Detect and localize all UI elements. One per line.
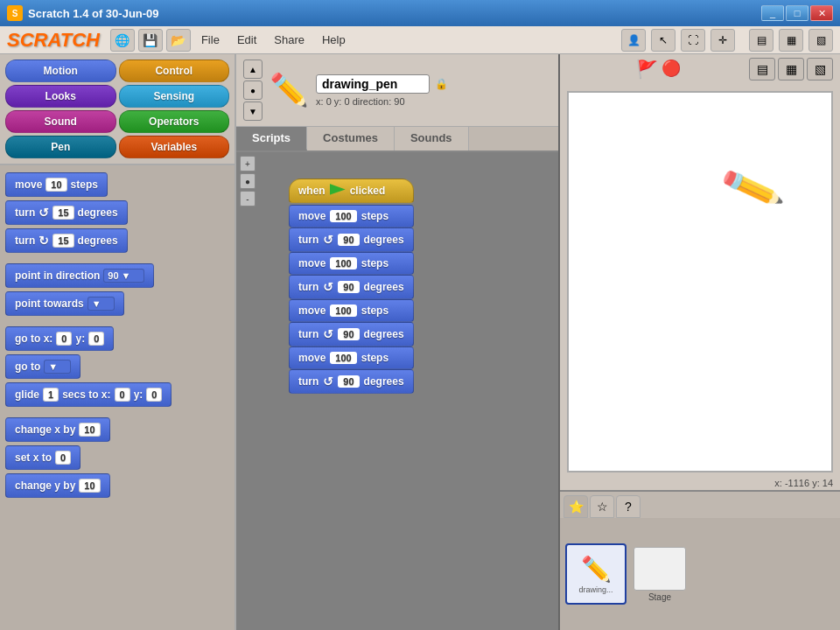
script-block-move-3[interactable]: move 100 steps <box>289 299 414 322</box>
app-icon: S <box>7 5 23 21</box>
left-panel: Motion Control Looks Sensing Sound Opera… <box>0 54 236 630</box>
lock-icon: 🔒 <box>435 78 448 90</box>
script-nav-zoom-out[interactable]: - <box>240 191 256 206</box>
stage-pencil-graphic: ✏️ <box>718 155 786 221</box>
share-menu[interactable]: Share <box>267 30 312 50</box>
script-block-turn-4[interactable]: turn ↺ 90 degrees <box>289 369 414 394</box>
block-change-y[interactable]: change y by 10 <box>5 473 110 498</box>
script-block-move-2[interactable]: move 100 steps <box>289 252 414 275</box>
block-go-to[interactable]: go to ▼ <box>5 354 80 379</box>
script-block-turn-3[interactable]: turn ↺ 90 degrees <box>289 322 414 346</box>
minimize-button[interactable]: _ <box>761 5 784 21</box>
category-variables[interactable]: Variables <box>119 136 230 158</box>
sprite-coords: x: 0 y: 0 direction: 90 <box>316 96 551 107</box>
tabs: Scripts Costumes Sounds <box>236 127 558 152</box>
categories-panel: Motion Control Looks Sensing Sound Opera… <box>0 54 234 165</box>
category-pen[interactable]: Pen <box>5 136 116 158</box>
flag-icon <box>330 184 346 198</box>
fullscreen-icon-button[interactable]: ⛶ <box>681 29 705 52</box>
title-text: Scratch 1.4 of 30-Jun-09 <box>28 7 760 20</box>
stage-toolbar: 🚩 🔴 ▤ ▦ ▧ <box>560 54 840 84</box>
sprite-pencil-icon: ✏️ <box>581 555 612 584</box>
turn-ccw-icon: ↺ <box>38 206 49 220</box>
red-stop-button[interactable]: 🔴 <box>662 59 681 80</box>
script-nav-zoom-in[interactable]: + <box>240 156 256 172</box>
tab-costumes[interactable]: Costumes <box>307 127 395 150</box>
stage-display[interactable]: ✏️ <box>567 91 833 472</box>
sprite-thumbnail-area: ⭐ ☆ ? ✏️ drawing... Stage <box>560 490 840 630</box>
turn-icon-2: ↺ <box>323 280 333 294</box>
category-sensing[interactable]: Sensing <box>119 85 230 108</box>
block-point-towards[interactable]: point towards ▼ <box>5 291 124 316</box>
sprite-tab-star2[interactable]: ☆ <box>590 495 614 518</box>
stage-layout2-button[interactable]: ▦ <box>778 58 804 80</box>
block-point-direction[interactable]: point in direction 90 ▼ <box>5 263 154 288</box>
sprite-thumb-drawing-pen[interactable]: ✏️ drawing... <box>565 543 626 605</box>
stage-layout3-button[interactable]: ▧ <box>807 58 833 80</box>
block-turn-cw[interactable]: turn ↻ 15 degrees <box>5 228 128 253</box>
script-block-move-4[interactable]: move 100 steps <box>289 346 414 369</box>
sprite-icon: ✏️ <box>270 72 309 108</box>
turn-cw-icon: ↻ <box>38 234 49 248</box>
green-flag-button[interactable]: 🚩 <box>636 59 658 80</box>
user-icon-button[interactable]: 👤 <box>621 29 646 52</box>
category-looks[interactable]: Looks <box>5 85 116 108</box>
tab-sounds[interactable]: Sounds <box>395 127 469 150</box>
help-menu[interactable]: Help <box>315 30 353 50</box>
turn-icon-4: ↺ <box>323 374 333 388</box>
file-menu[interactable]: File <box>194 30 227 50</box>
script-block-turn-2[interactable]: turn ↺ 90 degrees <box>289 275 414 299</box>
stage-controls: 🚩 🔴 <box>636 59 681 80</box>
tab-scripts[interactable]: Scripts <box>236 127 307 150</box>
script-block-move-1[interactable]: move 100 steps <box>289 205 414 228</box>
open-icon-button[interactable]: 📂 <box>166 29 191 52</box>
nav-buttons: ▲ ● ▼ <box>243 60 262 121</box>
nav-up-button[interactable]: ▲ <box>243 60 262 79</box>
script-area[interactable]: + ● - when clicked move 100 steps <box>236 152 558 630</box>
category-motion[interactable]: Motion <box>5 60 116 82</box>
save-icon-button[interactable]: 💾 <box>138 29 163 52</box>
block-go-to-xy[interactable]: go to x: 0 y: 0 <box>5 326 114 351</box>
turn-icon-1: ↺ <box>323 233 333 247</box>
stage-coordinates: x: -1116 y: 14 <box>560 476 840 490</box>
title-bar: S Scratch 1.4 of 30-Jun-09 _ □ ✕ <box>0 0 840 26</box>
sprite-header: ▲ ● ▼ ✏️ 🔒 x: 0 y: 0 direction: 90 <box>236 54 558 127</box>
sprite-list: ✏️ drawing... Stage <box>560 518 840 630</box>
block-set-x[interactable]: set x to 0 <box>5 445 80 470</box>
sprite-tab-help[interactable]: ? <box>616 495 640 518</box>
nav-down-button[interactable]: ▼ <box>243 102 262 121</box>
category-operators[interactable]: Operators <box>119 110 230 133</box>
sprite-info: 🔒 x: 0 y: 0 direction: 90 <box>316 74 551 107</box>
script-block-turn-1[interactable]: turn ↺ 90 degrees <box>289 228 414 252</box>
category-sound[interactable]: Sound <box>5 110 116 133</box>
sprite-name-row: 🔒 <box>316 74 551 94</box>
sprite-tab-buttons: ⭐ ☆ ? <box>560 492 840 518</box>
close-button[interactable]: ✕ <box>810 5 833 21</box>
maximize-button[interactable]: □ <box>786 5 808 21</box>
sprite-name-input[interactable] <box>316 74 430 94</box>
extra-icon-button[interactable]: ✛ <box>710 29 735 52</box>
layout1-icon-button[interactable]: ▤ <box>749 29 774 52</box>
scratch-logo: SCRATCH <box>7 29 100 52</box>
middle-panel: ▲ ● ▼ ✏️ 🔒 x: 0 y: 0 direction: 90 Scrip… <box>236 54 560 630</box>
edit-menu[interactable]: Edit <box>230 30 263 50</box>
sprite-tab-star[interactable]: ⭐ <box>564 495 588 518</box>
block-glide[interactable]: glide 1 secs to x: 0 y: 0 <box>5 382 172 407</box>
right-panel: 🚩 🔴 ▤ ▦ ▧ ✏️ x: -1116 y: 14 ⭐ ☆ ? <box>560 54 840 630</box>
block-move[interactable]: move 10 steps <box>5 172 108 197</box>
block-list: move 10 steps turn ↺ 15 degrees turn ↻ 1… <box>0 165 234 630</box>
script-nav-reset[interactable]: ● <box>240 173 256 189</box>
layout2-icon-button[interactable]: ▦ <box>779 29 803 52</box>
stage-thumb[interactable] <box>634 547 686 591</box>
nav-center-button[interactable]: ● <box>243 80 262 100</box>
main-layout: Motion Control Looks Sensing Sound Opera… <box>0 54 840 630</box>
layout3-icon-button[interactable]: ▧ <box>808 29 833 52</box>
block-turn-ccw[interactable]: turn ↺ 15 degrees <box>5 200 128 225</box>
script-block-event[interactable]: when clicked <box>289 178 414 203</box>
script-nav: + ● - <box>240 156 256 206</box>
globe-icon-button[interactable]: 🌐 <box>110 29 135 52</box>
block-change-x[interactable]: change x by 10 <box>5 417 110 442</box>
cursor-icon-button[interactable]: ↖ <box>651 29 676 52</box>
category-control[interactable]: Control <box>119 60 230 82</box>
stage-layout1-button[interactable]: ▤ <box>749 58 775 80</box>
